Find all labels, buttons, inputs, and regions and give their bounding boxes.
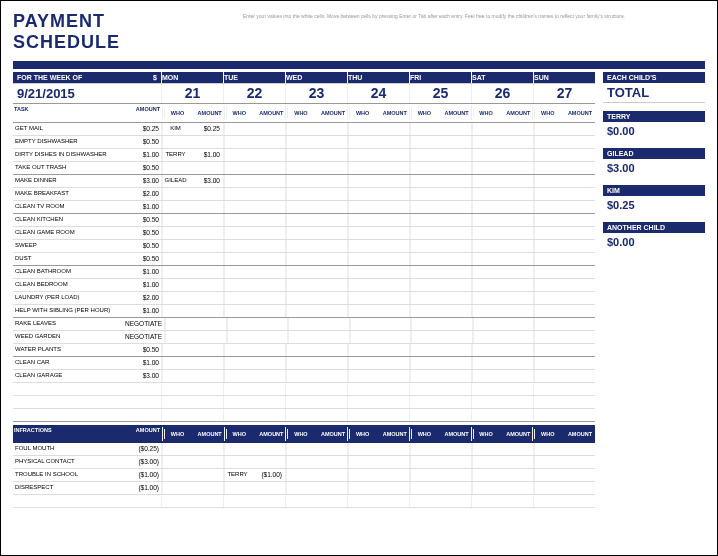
amount-cell[interactable] [250, 370, 285, 382]
amount-cell[interactable] [374, 279, 409, 291]
who-cell[interactable] [224, 305, 250, 317]
who-cell[interactable] [286, 227, 312, 239]
who-cell[interactable] [410, 469, 436, 481]
amount-cell[interactable] [188, 279, 223, 291]
who-cell[interactable] [348, 253, 374, 265]
amount-cell[interactable] [560, 370, 595, 382]
who-cell[interactable] [162, 214, 188, 226]
amount-cell[interactable]: $0.25 [188, 123, 223, 135]
who-cell[interactable] [286, 175, 312, 187]
amount-cell[interactable] [312, 175, 347, 187]
who-cell[interactable] [534, 456, 560, 468]
amount-cell[interactable] [498, 469, 533, 481]
amount-cell[interactable] [188, 253, 223, 265]
who-cell[interactable] [162, 136, 188, 148]
amount-cell[interactable] [560, 469, 595, 481]
who-cell[interactable] [472, 123, 498, 135]
who-cell[interactable] [534, 253, 560, 265]
who-cell[interactable] [472, 201, 498, 213]
amount-cell[interactable] [498, 149, 533, 161]
who-cell[interactable] [348, 482, 374, 494]
amount-cell[interactable] [436, 123, 471, 135]
who-cell[interactable] [410, 456, 436, 468]
who-cell[interactable] [286, 253, 312, 265]
who-cell[interactable] [286, 279, 312, 291]
who-cell[interactable] [534, 482, 560, 494]
amount-cell[interactable] [312, 443, 347, 455]
who-cell[interactable] [410, 253, 436, 265]
amount-cell[interactable] [250, 188, 285, 200]
amount-cell[interactable] [250, 456, 285, 468]
who-cell[interactable] [534, 266, 560, 278]
who-cell[interactable] [534, 136, 560, 148]
who-cell[interactable] [534, 469, 560, 481]
amount-cell[interactable] [188, 266, 223, 278]
amount-cell[interactable] [312, 266, 347, 278]
who-cell[interactable] [224, 253, 250, 265]
amount-cell[interactable] [374, 214, 409, 226]
amount-cell[interactable] [250, 175, 285, 187]
amount-cell[interactable] [560, 253, 595, 265]
who-cell[interactable] [350, 318, 376, 330]
who-cell[interactable] [534, 188, 560, 200]
who-cell[interactable] [348, 344, 374, 356]
amount-cell[interactable] [312, 253, 347, 265]
amount-cell[interactable] [436, 482, 471, 494]
amount-cell[interactable] [498, 175, 533, 187]
amount-cell[interactable] [498, 443, 533, 455]
who-cell[interactable] [348, 123, 374, 135]
who-cell[interactable] [472, 292, 498, 304]
who-cell[interactable] [534, 149, 560, 161]
amount-cell[interactable] [312, 357, 347, 369]
amount-cell[interactable] [312, 344, 347, 356]
who-cell[interactable] [472, 443, 498, 455]
who-cell[interactable] [286, 214, 312, 226]
amount-cell[interactable] [436, 253, 471, 265]
who-cell[interactable] [410, 357, 436, 369]
who-cell[interactable] [224, 188, 250, 200]
amount-cell[interactable] [374, 227, 409, 239]
who-cell[interactable] [410, 240, 436, 252]
amount-cell[interactable] [560, 456, 595, 468]
who-cell[interactable] [534, 214, 560, 226]
who-cell[interactable] [224, 344, 250, 356]
amount-cell[interactable] [498, 482, 533, 494]
amount-cell[interactable] [188, 240, 223, 252]
who-cell[interactable] [286, 305, 312, 317]
who-cell[interactable] [410, 370, 436, 382]
who-cell[interactable] [348, 456, 374, 468]
amount-cell[interactable]: $1.00 [188, 149, 223, 161]
who-cell[interactable] [410, 188, 436, 200]
amount-cell[interactable] [188, 136, 223, 148]
amount-cell[interactable] [188, 456, 223, 468]
amount-cell[interactable] [436, 344, 471, 356]
amount-cell[interactable] [498, 370, 533, 382]
who-cell[interactable] [224, 370, 250, 382]
who-cell[interactable] [224, 175, 250, 187]
who-cell[interactable] [410, 175, 436, 187]
who-cell[interactable] [286, 370, 312, 382]
who-cell[interactable] [286, 357, 312, 369]
who-cell[interactable] [410, 279, 436, 291]
amount-cell[interactable] [560, 227, 595, 239]
amount-cell[interactable] [560, 136, 595, 148]
who-cell[interactable] [410, 266, 436, 278]
amount-cell[interactable] [250, 305, 285, 317]
who-cell[interactable] [224, 266, 250, 278]
amount-cell[interactable] [312, 136, 347, 148]
who-cell[interactable] [534, 162, 560, 174]
amount-cell[interactable] [374, 344, 409, 356]
amount-cell[interactable] [250, 149, 285, 161]
amount-cell[interactable] [560, 149, 595, 161]
amount-cell[interactable] [374, 305, 409, 317]
amount-cell[interactable] [498, 344, 533, 356]
who-cell[interactable] [224, 357, 250, 369]
who-cell[interactable] [286, 344, 312, 356]
who-cell[interactable] [286, 292, 312, 304]
who-cell[interactable] [472, 149, 498, 161]
who-cell[interactable] [472, 305, 498, 317]
amount-cell[interactable] [436, 370, 471, 382]
who-cell[interactable] [348, 175, 374, 187]
amount-cell[interactable] [188, 227, 223, 239]
who-cell[interactable] [534, 344, 560, 356]
